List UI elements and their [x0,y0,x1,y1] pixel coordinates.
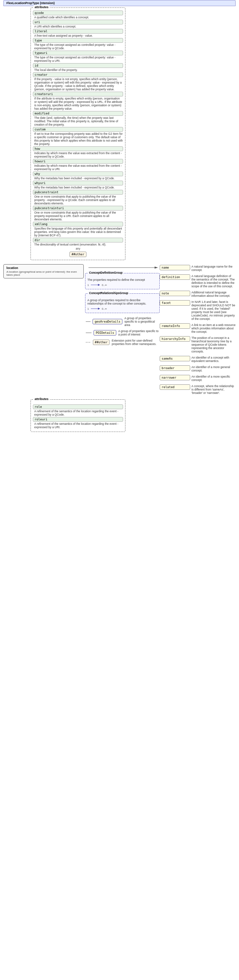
attributes-label: attributes [33,5,49,9]
concept-def-group-box: ConceptDefinitionGroup The properties re… [85,273,160,289]
attr-typeuri: typeuri The type of the concept assigned… [33,51,123,62]
bottom-attributes-label: attributes [33,397,49,401]
def-connector [90,283,100,287]
connector-svg-top [85,264,160,271]
svg-marker-3 [98,284,100,286]
poi-details-desc: A group of properties specific to a poin… [118,329,160,336]
attr-pubconstraint: pubconstraint One or more constraints th… [33,190,123,205]
right-item-facet: facet In NAR 1.8 and later, facet is dep… [160,300,236,321]
attr-type: type The type of the concept assigned as… [33,38,123,50]
fother-connector [85,340,91,344]
attr-how: how Indicates by which means the value w… [33,146,123,158]
right-item-broader: broader An identifier of a more general … [160,365,236,372]
attr-whyuri: whyuri Why the metadata has been include… [33,181,123,189]
attr-howuri: howuri Indicates by which means the valu… [33,159,123,171]
diagram-container: FlexLocationPropType (ntension) attribut… [3,0,236,432]
svg-marker-5 [98,308,100,310]
concept-def-group-title: ConceptDefinitionGroup [88,271,124,274]
attr-why: why Why the metadata has been included -… [33,172,123,180]
location-desc: A location (geographical area or point o… [6,270,81,277]
attr-creatoruri: creatoruri If the attribute is empty, sp… [33,92,123,110]
attr-any: any ##other [33,247,123,257]
right-item-related: related A concept, where the relationshi… [160,384,236,395]
attr-qcode: qcode A qualified code which identifies … [33,11,123,19]
svg-marker-1 [155,267,158,269]
attr-roleuri: roleuri A refinement of the semantics of… [33,417,123,429]
right-item-note: note Additional natural language informa… [160,291,236,298]
attr-uri: uri A URI which identifies a concept. [33,20,123,28]
right-items-panel: name A natural language name for the con… [160,264,236,395]
concept-rel-group-desc: A group of properties required to descri… [87,299,157,305]
attr-creator: creator If the property - value is not e… [33,72,123,91]
right-item-definition: definition A natural language definition… [160,274,236,288]
concept-rel-group-title: ConceptRelationshipsGroup [88,291,129,295]
right-item-remoteinfo: remoteInfo A link to an item at a web re… [160,323,236,334]
right-item-hierarchyinfo: hierarchyInfo The position of a concept … [160,336,236,353]
right-item-narrower: narrower An identifier of a more specifi… [160,375,236,382]
attr-custom: custom If set to true the corresponding … [33,127,123,146]
attr-role: role A refinement of the semantics of th… [33,404,123,416]
rel-connector [90,307,100,311]
geo-area-details-box: geoAreaDetails [93,319,122,324]
right-item-sameas: sameAs An identifier of a concept with e… [160,356,236,363]
bottom-attributes-box: attributes role A refinement of the sema… [30,399,125,432]
location-box: location A location (geographical area o… [3,264,84,278]
attr-id: id The local identifier of the property. [33,63,123,72]
geo-connector [85,320,90,324]
concept-def-group-desc: The properties required to define the co… [87,278,157,282]
attr-modified: modified The date (and, optionally, the … [33,111,123,126]
attributes-box: attributes qcode A qualified code which … [30,8,125,260]
right-item-name: name A natural language name for the con… [160,265,236,272]
concept-rel-group-box: ConceptRelationshipsGroup A group of pro… [85,293,160,313]
poi-connector [85,331,92,335]
fother-desc: Extension point for user-defined propert… [112,339,159,346]
poi-details-box: POIDetails [93,330,116,336]
geo-area-details-desc: A group of properties specific to a geop… [124,317,160,327]
attr-xmllang: xmllang Specifies the language of this p… [33,222,123,237]
fother-ext-box: ##other [93,340,110,345]
attr-pubconstrainturi: pubconstrainturi One or more constraints… [33,206,123,221]
attr-dir: dir The directionality of textual conten… [33,238,123,246]
attr-literal: literal A free-text value assigned as pr… [33,29,123,37]
location-title: location [6,266,81,270]
